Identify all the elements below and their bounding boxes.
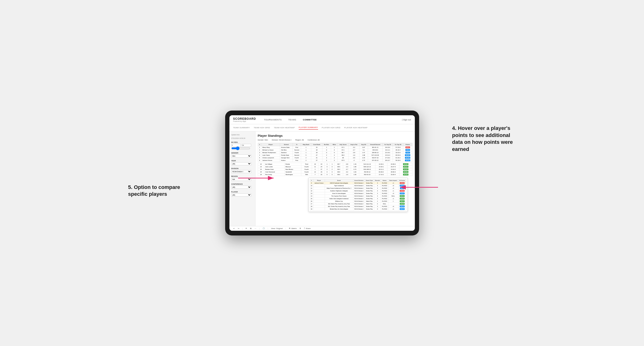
cell-avg-sg: 1.47	[360, 151, 368, 154]
sidebar-player-select[interactable]: (All)	[231, 193, 252, 196]
lower-table-row: 25 Cole Sherwood Vanderbilt Fourth 12 23…	[258, 171, 412, 173]
cell-no-rds: 0	[322, 149, 331, 151]
cell-yr: Second	[292, 154, 301, 157]
toolbar-refresh[interactable]: ⟳	[246, 227, 247, 230]
nav-committee[interactable]: COMMITTEE	[302, 118, 318, 121]
lower-table-row: 23 Jack Lundin Missouri Fourth 11 24 0 0…	[258, 166, 412, 168]
sub-nav-player-h2h-grid[interactable]: PLAYER H2H GRID	[322, 126, 340, 129]
cell-no-rds: 1	[322, 146, 331, 149]
sidebar-gender-select[interactable]: Men	[231, 155, 252, 158]
sub-nav-team-h2h-heatmap[interactable]: TEAM H2H HEATMAP	[274, 126, 295, 129]
cell-vs-top50: 33-22-0	[393, 151, 403, 154]
toolbar-share[interactable]: ⤴ Share	[304, 227, 310, 230]
sub-nav-team-summary[interactable]: TEAM SUMMARY	[233, 126, 250, 129]
tt-cell-event: The Cypress Point Classic	[325, 195, 353, 197]
cell-school: Washington	[284, 173, 301, 176]
tt-cell-type: Stroke Play	[365, 184, 374, 187]
cell-conf-rank: 18	[311, 151, 322, 154]
nav-teams[interactable]: TEAMS	[287, 118, 297, 121]
cell-player: Christo Lamprecht	[261, 157, 280, 159]
tt-cell-status: NULL	[381, 203, 388, 205]
cell-points[interactable]: 40.27	[399, 166, 412, 168]
filter-row: Gender: Men Division: NCAA Division I Re…	[258, 139, 412, 141]
tt-col-event-div: Event Division	[353, 179, 365, 182]
sidebar-player-section: Player (All)	[231, 191, 253, 196]
cell-vs-top50: 29-38-2	[387, 163, 399, 166]
cell-player: Wenyi Ding	[261, 146, 280, 149]
sidebar-no-rds-label: No Rds.	[231, 142, 253, 143]
cell-num: 23	[258, 166, 264, 168]
sidebar-division-select[interactable]: NCAA Division I	[231, 170, 252, 173]
cell-points[interactable]: 40.02	[399, 168, 412, 171]
cell-conf-rank: 27	[311, 154, 322, 157]
toolbar-clock[interactable]: 🕐	[262, 227, 265, 230]
sidebar-year-select[interactable]: (All)	[231, 162, 252, 165]
toolbar-view[interactable]: View: Original	[271, 227, 282, 230]
cell-yr: Fourth	[301, 171, 312, 173]
col-conf-rank: Conf Rank	[311, 143, 322, 146]
cell-points[interactable]: 58.18	[403, 159, 412, 162]
logo-sub: Powered by clippi	[233, 120, 256, 122]
main-data-table: # Player School Yr Reg Rank Conf Rank No…	[258, 143, 412, 162]
cell-adj-score: 68	[338, 157, 348, 159]
table-row: 4 Luke Claton Florida State Second 5 27 …	[258, 154, 412, 157]
toolbar-download[interactable]: ⬇	[300, 227, 301, 230]
tt-cell-rounds: 3	[374, 190, 381, 192]
cell-player: Jack Lundin	[264, 166, 284, 168]
tt-cell-status: PLAYED	[381, 208, 388, 210]
cell-points[interactable]: 60.49	[403, 157, 412, 159]
cell-conf-rank: 27	[311, 159, 322, 162]
nav-tournaments[interactable]: TOURNAMENTS	[263, 118, 282, 121]
tt-cell-w-points: 30.47	[398, 200, 406, 203]
toolbar-undo[interactable]: ↩	[233, 227, 235, 230]
lower-table-row: 24 Bastien Amat New Mexico Fourth 1 27 2…	[258, 168, 412, 171]
cell-points[interactable]: 68.94	[403, 154, 412, 157]
cell-wins: 2	[331, 159, 338, 162]
arrow-bottom-left	[238, 174, 276, 182]
cell-points[interactable]: 38.95	[399, 171, 412, 173]
cell-conf-rank: 18	[311, 149, 322, 151]
table-row: 5 Christo Lamprecht Georgia Tech Fourth …	[258, 157, 412, 159]
sub-nav-player-h2h-heatmap[interactable]: PLAYER H2H HEATMAP	[344, 126, 368, 129]
tt-cell-num: 14	[310, 195, 313, 197]
cell-yr: Third	[301, 163, 312, 166]
cell-points[interactable]: 70.2	[403, 151, 412, 154]
tt-cell-status: PLAYED	[381, 190, 388, 192]
toolbar-watch[interactable]: 👁 Watch	[289, 227, 296, 230]
cell-points[interactable]: 76.3	[403, 149, 412, 151]
tt-cell-rank-impact: +0	[388, 205, 398, 208]
cell-adj-score: 87.5	[338, 159, 348, 162]
tt-cell-num: 9	[310, 182, 313, 184]
tt-cell-num: 13	[310, 192, 313, 195]
col-points: Points	[403, 143, 412, 146]
cell-to-par: -1.6	[343, 173, 351, 176]
sub-nav-team-h2h-grid[interactable]: TEAM H2H GRID	[254, 126, 270, 129]
cell-reg-rank: 1	[301, 149, 311, 151]
cell-points[interactable]: 38.49	[399, 173, 412, 176]
tt-cell-rounds: 3	[374, 187, 381, 190]
cell-yr: Fourth	[292, 151, 301, 154]
cell-record: 674-33-12	[368, 159, 382, 162]
cell-no-rds: 0	[322, 151, 331, 154]
sidebar-conference-select[interactable]: (All)	[231, 186, 252, 189]
tooltip-row: 9 Jackson Koivun UNCW Seahawk Intercolle…	[310, 182, 406, 184]
cell-reg-rank: 2	[301, 159, 311, 162]
tt-cell-type: Match Play	[365, 203, 374, 205]
tt-cell-event: Fallen Oak Collegiate Invitational	[325, 197, 353, 200]
cell-num: 22	[258, 163, 264, 166]
cell-points[interactable]: 88.2	[403, 146, 412, 149]
cell-no-rds: 2	[322, 157, 331, 159]
sidebar-no-rds-slider[interactable]	[231, 147, 250, 149]
sign-out[interactable]: | Sign out	[402, 119, 411, 121]
toolbar-copy[interactable]: ⊞	[250, 227, 252, 230]
cell-points[interactable]: 48.68	[399, 163, 412, 166]
cell-to-par: -3.7	[343, 168, 351, 171]
tt-cell-division: NCAA Division I	[353, 208, 365, 210]
sub-nav-player-summary[interactable]: PLAYER SUMMARY	[299, 126, 318, 130]
toolbar-redo[interactable]: ↪	[238, 227, 239, 230]
col-num: #	[258, 143, 261, 146]
tooltip-header: # Player Event Event Division Event Type…	[310, 179, 406, 182]
tt-cell-player	[313, 197, 325, 200]
toolbar-more[interactable]: ⋯	[254, 227, 256, 230]
cell-record: 514-111-12	[359, 163, 375, 166]
